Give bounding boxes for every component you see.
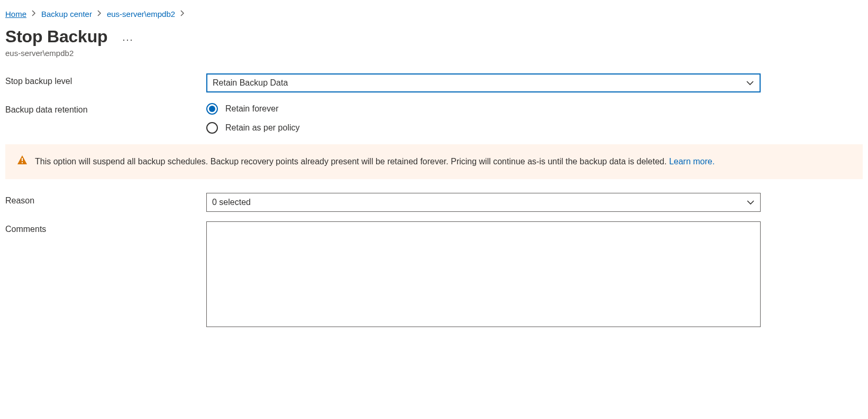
retain-forever-label: Retain forever (225, 104, 279, 114)
radio-selected-icon (206, 103, 218, 115)
backup-data-retention-row: Backup data retention Retain forever Ret… (5, 102, 863, 134)
svg-rect-0 (22, 158, 23, 161)
chevron-right-icon (97, 10, 102, 18)
warning-banner: This option will suspend all backup sche… (5, 144, 863, 179)
reason-label: Reason (5, 193, 206, 206)
comments-textarea[interactable] (206, 221, 761, 327)
title-row: Stop Backup ··· (5, 22, 863, 46)
reason-select[interactable]: 0 selected (206, 193, 761, 212)
more-actions-button[interactable]: ··· (122, 30, 133, 44)
retain-as-per-policy-radio[interactable]: Retain as per policy (206, 122, 761, 134)
svg-rect-1 (22, 162, 23, 163)
comments-row: Comments (5, 221, 863, 329)
retain-as-per-policy-label: Retain as per policy (225, 123, 300, 133)
breadcrumb: Home Backup center eus-server\empdb2 (5, 4, 863, 22)
retention-radio-group: Retain forever Retain as per policy (206, 102, 761, 134)
warning-icon (17, 155, 28, 169)
warning-banner-text: This option will suspend all backup sche… (35, 156, 715, 167)
stop-backup-level-select[interactable]: Retain Backup Data (206, 73, 761, 92)
chevron-down-icon (746, 200, 755, 205)
chevron-right-icon (180, 10, 185, 18)
stop-backup-level-row: Stop backup level Retain Backup Data (5, 73, 863, 92)
page-subtitle: eus-server\empdb2 (5, 46, 863, 73)
reason-row: Reason 0 selected (5, 193, 863, 212)
page-title: Stop Backup (5, 27, 107, 46)
stop-backup-level-value: Retain Backup Data (213, 78, 288, 88)
breadcrumb-home-link[interactable]: Home (5, 10, 26, 18)
radio-unselected-icon (206, 122, 218, 134)
chevron-down-icon (746, 80, 754, 86)
backup-data-retention-label: Backup data retention (5, 102, 206, 115)
breadcrumb-resource-link[interactable]: eus-server\empdb2 (107, 10, 175, 18)
chevron-right-icon (32, 10, 36, 18)
retain-forever-radio[interactable]: Retain forever (206, 103, 761, 115)
learn-more-link[interactable]: Learn more. (669, 157, 715, 166)
stop-backup-level-label: Stop backup level (5, 73, 206, 86)
comments-label: Comments (5, 221, 206, 234)
breadcrumb-backup-center-link[interactable]: Backup center (41, 10, 92, 18)
reason-value: 0 selected (212, 198, 251, 207)
